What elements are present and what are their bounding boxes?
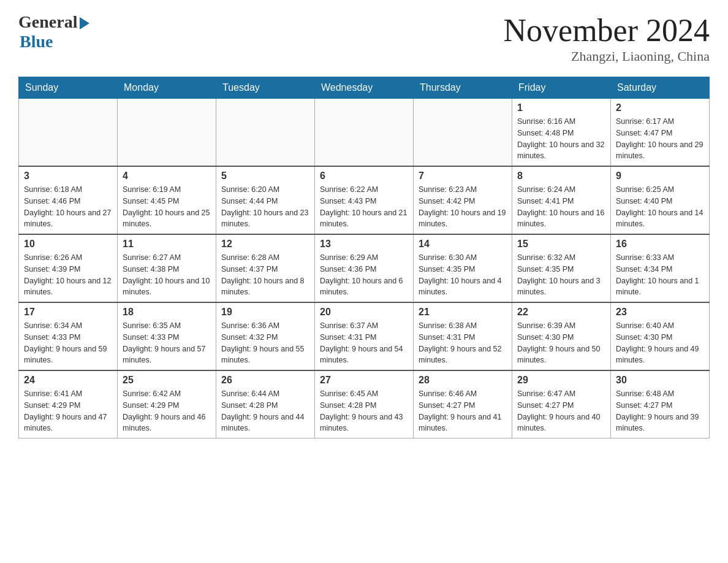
calendar-cell: 29Sunrise: 6:47 AMSunset: 4:27 PMDayligh… — [512, 370, 611, 439]
calendar-cell — [19, 99, 118, 167]
weekday-header-row: SundayMondayTuesdayWednesdayThursdayFrid… — [19, 77, 710, 99]
day-info: Sunrise: 6:33 AMSunset: 4:34 PMDaylight:… — [616, 252, 704, 298]
day-info: Sunrise: 6:18 AMSunset: 4:46 PMDaylight:… — [24, 184, 112, 230]
day-info: Sunrise: 6:30 AMSunset: 4:35 PMDaylight:… — [419, 252, 507, 298]
day-number: 4 — [123, 170, 211, 182]
weekday-header-monday: Monday — [118, 77, 216, 99]
calendar-cell: 19Sunrise: 6:36 AMSunset: 4:32 PMDayligh… — [216, 302, 315, 370]
weekday-header-sunday: Sunday — [19, 77, 118, 99]
day-info: Sunrise: 6:25 AMSunset: 4:40 PMDaylight:… — [616, 184, 704, 230]
day-info: Sunrise: 6:23 AMSunset: 4:42 PMDaylight:… — [419, 184, 507, 230]
calendar-cell — [414, 99, 512, 167]
calendar-cell: 24Sunrise: 6:41 AMSunset: 4:29 PMDayligh… — [19, 370, 118, 439]
day-info: Sunrise: 6:17 AMSunset: 4:47 PMDaylight:… — [616, 116, 704, 162]
day-info: Sunrise: 6:41 AMSunset: 4:29 PMDaylight:… — [24, 388, 112, 434]
day-info: Sunrise: 6:45 AMSunset: 4:28 PMDaylight:… — [320, 388, 408, 434]
month-title: November 2024 — [504, 12, 710, 48]
calendar-cell: 30Sunrise: 6:48 AMSunset: 4:27 PMDayligh… — [611, 370, 710, 439]
day-info: Sunrise: 6:20 AMSunset: 4:44 PMDaylight:… — [221, 184, 309, 230]
day-number: 28 — [419, 375, 507, 386]
day-number: 3 — [24, 170, 112, 182]
day-info: Sunrise: 6:19 AMSunset: 4:45 PMDaylight:… — [123, 184, 211, 230]
calendar-cell — [216, 99, 315, 167]
weekday-header-tuesday: Tuesday — [216, 77, 315, 99]
weekday-header-friday: Friday — [512, 77, 611, 99]
calendar-cell: 18Sunrise: 6:35 AMSunset: 4:33 PMDayligh… — [118, 302, 216, 370]
day-info: Sunrise: 6:22 AMSunset: 4:43 PMDaylight:… — [320, 184, 408, 230]
calendar-cell: 5Sunrise: 6:20 AMSunset: 4:44 PMDaylight… — [216, 166, 315, 234]
calendar-cell: 6Sunrise: 6:22 AMSunset: 4:43 PMDaylight… — [315, 166, 414, 234]
weekday-header-wednesday: Wednesday — [315, 77, 414, 99]
calendar-cell: 23Sunrise: 6:40 AMSunset: 4:30 PMDayligh… — [611, 302, 710, 370]
calendar-cell: 22Sunrise: 6:39 AMSunset: 4:30 PMDayligh… — [512, 302, 611, 370]
calendar-week-row: 24Sunrise: 6:41 AMSunset: 4:29 PMDayligh… — [19, 370, 710, 439]
page-header: General Blue November 2024 Zhangzi, Liao… — [18, 12, 710, 64]
calendar-week-row: 17Sunrise: 6:34 AMSunset: 4:33 PMDayligh… — [19, 302, 710, 370]
logo-blue-text: Blue — [20, 32, 53, 52]
title-area: November 2024 Zhangzi, Liaoning, China — [504, 12, 710, 64]
day-number: 19 — [221, 307, 309, 318]
day-number: 29 — [517, 375, 605, 386]
day-info: Sunrise: 6:27 AMSunset: 4:38 PMDaylight:… — [123, 252, 211, 298]
day-info: Sunrise: 6:47 AMSunset: 4:27 PMDaylight:… — [517, 388, 605, 434]
day-info: Sunrise: 6:36 AMSunset: 4:32 PMDaylight:… — [221, 320, 309, 366]
logo: General Blue — [18, 12, 89, 52]
calendar-cell: 1Sunrise: 6:16 AMSunset: 4:48 PMDaylight… — [512, 99, 611, 167]
calendar-cell: 20Sunrise: 6:37 AMSunset: 4:31 PMDayligh… — [315, 302, 414, 370]
calendar-cell: 7Sunrise: 6:23 AMSunset: 4:42 PMDaylight… — [414, 166, 512, 234]
day-info: Sunrise: 6:37 AMSunset: 4:31 PMDaylight:… — [320, 320, 408, 366]
weekday-header-thursday: Thursday — [414, 77, 512, 99]
day-info: Sunrise: 6:44 AMSunset: 4:28 PMDaylight:… — [221, 388, 309, 434]
calendar-cell: 9Sunrise: 6:25 AMSunset: 4:40 PMDaylight… — [611, 166, 710, 234]
calendar-cell: 3Sunrise: 6:18 AMSunset: 4:46 PMDaylight… — [19, 166, 118, 234]
weekday-header-saturday: Saturday — [611, 77, 710, 99]
calendar-cell: 11Sunrise: 6:27 AMSunset: 4:38 PMDayligh… — [118, 234, 216, 302]
calendar-week-row: 1Sunrise: 6:16 AMSunset: 4:48 PMDaylight… — [19, 99, 710, 167]
day-info: Sunrise: 6:38 AMSunset: 4:31 PMDaylight:… — [419, 320, 507, 366]
calendar-cell: 8Sunrise: 6:24 AMSunset: 4:41 PMDaylight… — [512, 166, 611, 234]
day-number: 30 — [616, 375, 704, 386]
logo-general-text: General — [18, 12, 77, 32]
calendar-cell: 14Sunrise: 6:30 AMSunset: 4:35 PMDayligh… — [414, 234, 512, 302]
calendar-cell: 27Sunrise: 6:45 AMSunset: 4:28 PMDayligh… — [315, 370, 414, 439]
day-number: 21 — [419, 307, 507, 318]
day-info: Sunrise: 6:32 AMSunset: 4:35 PMDaylight:… — [517, 252, 605, 298]
day-info: Sunrise: 6:28 AMSunset: 4:37 PMDaylight:… — [221, 252, 309, 298]
day-number: 18 — [123, 307, 211, 318]
day-number: 17 — [24, 307, 112, 318]
day-number: 2 — [616, 102, 704, 113]
day-info: Sunrise: 6:42 AMSunset: 4:29 PMDaylight:… — [123, 388, 211, 434]
calendar-cell: 4Sunrise: 6:19 AMSunset: 4:45 PMDaylight… — [118, 166, 216, 234]
day-info: Sunrise: 6:26 AMSunset: 4:39 PMDaylight:… — [24, 252, 112, 298]
day-number: 12 — [221, 239, 309, 250]
calendar-cell: 28Sunrise: 6:46 AMSunset: 4:27 PMDayligh… — [414, 370, 512, 439]
calendar-week-row: 3Sunrise: 6:18 AMSunset: 4:46 PMDaylight… — [19, 166, 710, 234]
day-number: 22 — [517, 307, 605, 318]
day-number: 15 — [517, 239, 605, 250]
calendar-cell: 15Sunrise: 6:32 AMSunset: 4:35 PMDayligh… — [512, 234, 611, 302]
day-number: 25 — [123, 375, 211, 386]
calendar-table: SundayMondayTuesdayWednesdayThursdayFrid… — [18, 77, 710, 439]
calendar-cell: 10Sunrise: 6:26 AMSunset: 4:39 PMDayligh… — [19, 234, 118, 302]
calendar-week-row: 10Sunrise: 6:26 AMSunset: 4:39 PMDayligh… — [19, 234, 710, 302]
day-number: 7 — [419, 170, 507, 182]
day-info: Sunrise: 6:16 AMSunset: 4:48 PMDaylight:… — [517, 116, 605, 162]
calendar-cell — [118, 99, 216, 167]
day-number: 27 — [320, 375, 408, 386]
day-info: Sunrise: 6:40 AMSunset: 4:30 PMDaylight:… — [616, 320, 704, 366]
day-number: 6 — [320, 170, 408, 182]
calendar-cell: 26Sunrise: 6:44 AMSunset: 4:28 PMDayligh… — [216, 370, 315, 439]
day-info: Sunrise: 6:29 AMSunset: 4:36 PMDaylight:… — [320, 252, 408, 298]
day-number: 11 — [123, 239, 211, 250]
day-number: 23 — [616, 307, 704, 318]
calendar-cell: 12Sunrise: 6:28 AMSunset: 4:37 PMDayligh… — [216, 234, 315, 302]
calendar-cell: 21Sunrise: 6:38 AMSunset: 4:31 PMDayligh… — [414, 302, 512, 370]
day-number: 1 — [517, 102, 605, 113]
day-number: 16 — [616, 239, 704, 250]
day-info: Sunrise: 6:34 AMSunset: 4:33 PMDaylight:… — [24, 320, 112, 366]
day-info: Sunrise: 6:48 AMSunset: 4:27 PMDaylight:… — [616, 388, 704, 434]
day-number: 14 — [419, 239, 507, 250]
calendar-cell: 16Sunrise: 6:33 AMSunset: 4:34 PMDayligh… — [611, 234, 710, 302]
day-number: 10 — [24, 239, 112, 250]
calendar-cell: 17Sunrise: 6:34 AMSunset: 4:33 PMDayligh… — [19, 302, 118, 370]
